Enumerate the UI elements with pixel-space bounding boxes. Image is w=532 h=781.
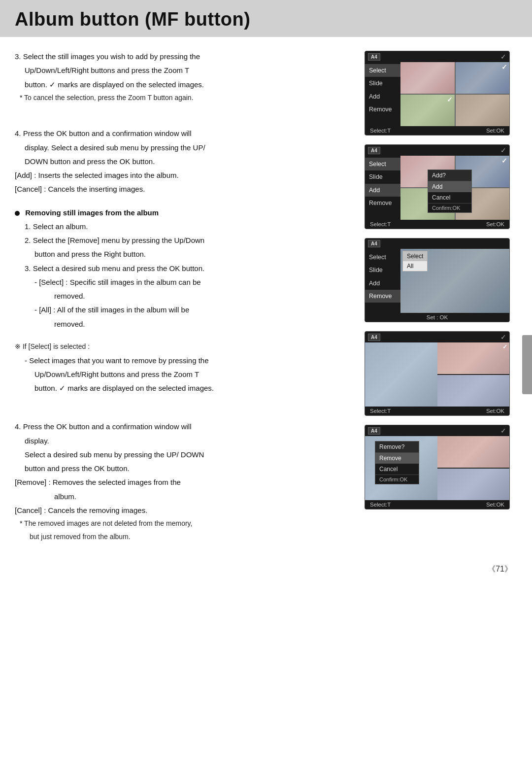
remove-item2: 2. Select the [Remove] menu by pressing … <box>15 235 355 246</box>
panel-2: A4 ✓ Select Slide Add Remove <box>365 144 510 229</box>
cancel2-desc: : Cancels the removing images. <box>44 506 147 514</box>
panel4-bottom-bar: Select:T Set:OK <box>365 407 509 415</box>
text-column: 3. Select the still images you wish to a… <box>15 51 365 554</box>
panel3-all-option[interactable]: All <box>403 261 427 271</box>
panel1-cell1 <box>400 62 455 94</box>
step4-text2: display. Select a desired sub menu by pr… <box>15 142 355 153</box>
panel3-menu-select[interactable]: Select <box>365 251 400 264</box>
page-title: Album button (MF button) <box>0 0 532 37</box>
section-removing: Removing still images from the album 1. … <box>15 207 355 330</box>
section-4-add: 4. Press the OK button and a confirmatio… <box>15 128 355 195</box>
remove-desc2: album. <box>15 491 355 502</box>
cancel-desc: : Cancels the inserting images. <box>44 185 145 193</box>
panel5-checkmark: ✓ <box>500 427 506 435</box>
panel5-bottom-bar: Select:T Set:OK <box>365 500 509 509</box>
panel5-overlay-remove[interactable]: Remove <box>375 453 419 464</box>
panel4-right-imgs: ✓ <box>437 342 510 407</box>
panel3-menu: Select Slide Add Remove <box>365 249 400 313</box>
panel2-bottom-bar: Select:T Set:OK <box>365 220 509 229</box>
panel4-checkmark: ✓ <box>500 333 506 341</box>
panel2-menu-add[interactable]: Add <box>365 184 400 197</box>
panel4-bottom-right: Set:OK <box>486 408 504 414</box>
panel3-bottom-center: Set : OK <box>427 314 448 320</box>
panel4-right-top: ✓ <box>437 342 510 374</box>
panel-5: A4 ✓ Remove? Remove Cancel Confirm:OK <box>365 425 510 509</box>
page-number: 《71》 <box>0 554 532 584</box>
panel2-menu-slide[interactable]: Slide <box>365 170 400 183</box>
remove-label: [Remove] <box>15 478 46 486</box>
step3-text2: Up/Down/Left/Right buttons and press the… <box>15 65 355 76</box>
step3-note: * To cancel the selection, press the Zoo… <box>15 93 355 103</box>
select-desc: : Specific still images in the album can… <box>66 278 200 286</box>
panel3-menu-remove[interactable]: Remove <box>365 290 400 303</box>
select-label: - [Select] <box>34 278 64 286</box>
select-desc2: removed. <box>15 290 355 302</box>
if-select-text3: button. ✓ marks are displayed on the sel… <box>15 382 355 394</box>
panel5-right-imgs <box>437 436 510 500</box>
if-select-text2: Up/Down/Left/Right buttons and press the… <box>15 369 355 380</box>
ref-mark: ※ If [Select] is selected : <box>15 341 355 352</box>
panel4-left-img <box>365 342 437 407</box>
panel2-overlay: Add? Add Cancel Confirm:OK <box>428 170 472 213</box>
panel-3: A4 Select Slide Add Remove Select All <box>365 238 510 322</box>
panel4-body: ✓ <box>365 342 509 407</box>
panel-1: A4 ✓ Select Slide Add Remove <box>365 51 510 136</box>
panel5-overlay-cancel[interactable]: Cancel <box>375 464 419 475</box>
step4b-text1: Press the OK button and a confirmation w… <box>23 422 192 431</box>
panel1-menu-slide[interactable]: Slide <box>365 77 400 90</box>
panel4-bottom-left: Select:T <box>370 408 391 414</box>
panel2-menu-remove[interactable]: Remove <box>365 197 400 209</box>
panel1-image-grid <box>400 62 509 126</box>
panel3-select-option[interactable]: Select <box>403 251 427 261</box>
step4b-note1: * The removed images are not deleted fro… <box>15 518 355 529</box>
cancel2-label: [Cancel] <box>15 506 42 514</box>
panel4-badge: A4 <box>368 334 380 341</box>
panel1-inner: Select Slide Add Remove <box>365 62 509 126</box>
panel1-menu-remove[interactable]: Remove <box>365 103 400 116</box>
all-desc: : All of the still images in the album w… <box>53 306 189 314</box>
panel3-badge: A4 <box>368 240 380 247</box>
if-select-text1: - Select images that you want to remove … <box>15 355 355 366</box>
step4-text1: Press the OK button and a confirmation w… <box>23 129 192 137</box>
panel3-menu-slide[interactable]: Slide <box>365 264 400 276</box>
panel2-image-area: Add? Add Cancel Confirm:OK <box>400 156 509 220</box>
panel5-overlay-title: Remove? <box>375 441 419 453</box>
removing-heading: Removing still images from the album <box>25 208 159 217</box>
remove-item2b: button and press the Right button. <box>15 248 355 260</box>
step4b-text3: Select a desired sub menu by pressing th… <box>15 449 355 460</box>
panel3-select-overlay: Select All <box>402 251 428 272</box>
side-tab <box>522 335 532 394</box>
panel5-bottom-right: Set:OK <box>486 502 504 508</box>
panel2-menu: Select Slide Add Remove <box>365 156 400 220</box>
panel1-menu-add[interactable]: Add <box>365 90 400 103</box>
section-if-select: ※ If [Select] is selected : - Select ima… <box>15 341 355 394</box>
remove-item1: 1. Select an album. <box>15 221 355 232</box>
step3-text3: button. ✓ marks are displayed on the sel… <box>15 79 355 90</box>
panel1-menu: Select Slide Add Remove <box>365 62 400 126</box>
add-desc: : Inserts the selected images into the a… <box>34 171 179 179</box>
panel5-right-bottom <box>437 469 510 500</box>
panel2-badge: A4 <box>368 147 380 154</box>
right-column: A4 ✓ Select Slide Add Remove <box>365 51 517 554</box>
panel5-right-top <box>437 436 510 468</box>
panel2-overlay-add[interactable]: Add <box>428 181 471 192</box>
panel5-overlay: Remove? Remove Cancel Confirm:OK <box>375 441 419 484</box>
panel2-overlay-cancel[interactable]: Cancel <box>428 192 471 203</box>
panel1-menu-select[interactable]: Select <box>365 64 400 77</box>
bullet-icon <box>15 211 20 216</box>
panel4-images: ✓ <box>365 342 509 407</box>
all-label: - [All] <box>34 306 51 314</box>
panel5-image-container: Remove? Remove Cancel Confirm:OK <box>365 436 509 500</box>
panel4-right-bottom <box>437 375 510 407</box>
remove-item3: 3. Select a desired sub menu and press t… <box>15 263 355 274</box>
panel5-badge: A4 <box>368 427 380 435</box>
step4-label: 4. <box>15 129 21 137</box>
panel2-overlay-title: Add? <box>428 170 471 181</box>
panel3-menu-add[interactable]: Add <box>365 277 400 290</box>
section-3: 3. Select the still images you wish to a… <box>15 51 355 103</box>
panel3-image-area: Select All <box>400 249 509 313</box>
step4b-label: 4. <box>15 422 21 431</box>
panel2-menu-select[interactable]: Select <box>365 158 400 170</box>
panel4-top-bar: A4 ✓ <box>365 332 509 342</box>
panel1-badge: A4 <box>368 53 380 61</box>
